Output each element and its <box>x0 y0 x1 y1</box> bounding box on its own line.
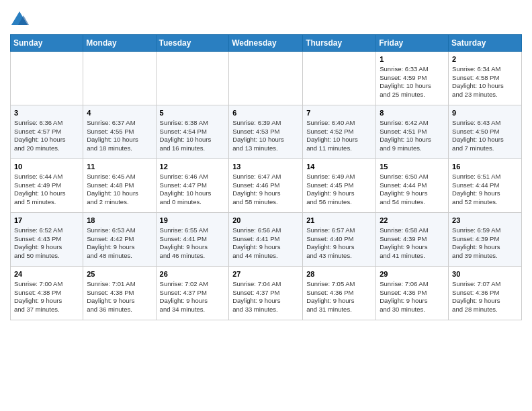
day-number: 27 <box>232 269 299 279</box>
calendar-day-cell: 9Sunrise: 6:43 AM Sunset: 4:50 PM Daylig… <box>449 105 522 159</box>
weekday-header-cell: Thursday <box>303 35 376 52</box>
calendar-table: SundayMondayTuesdayWednesdayThursdayFrid… <box>10 34 522 320</box>
calendar-week-row: 10Sunrise: 6:44 AM Sunset: 4:49 PM Dayli… <box>11 159 522 213</box>
day-info: Sunrise: 6:53 AM Sunset: 4:42 PM Dayligh… <box>87 226 152 261</box>
calendar-day-cell: 14Sunrise: 6:49 AM Sunset: 4:45 PM Dayli… <box>303 159 376 213</box>
day-number: 8 <box>380 108 445 118</box>
day-number: 25 <box>87 269 152 279</box>
calendar-day-cell: 28Sunrise: 7:05 AM Sunset: 4:36 PM Dayli… <box>303 267 376 320</box>
calendar-day-cell: 18Sunrise: 6:53 AM Sunset: 4:42 PM Dayli… <box>83 213 156 267</box>
calendar-day-cell: 19Sunrise: 6:55 AM Sunset: 4:41 PM Dayli… <box>156 213 229 267</box>
day-number: 28 <box>306 269 372 279</box>
day-number: 10 <box>14 162 79 172</box>
day-info: Sunrise: 6:38 AM Sunset: 4:54 PM Dayligh… <box>160 119 226 153</box>
day-number: 3 <box>14 108 79 118</box>
calendar-day-cell: 10Sunrise: 6:44 AM Sunset: 4:49 PM Dayli… <box>11 159 83 213</box>
calendar-day-cell: 1Sunrise: 6:33 AM Sunset: 4:59 PM Daylig… <box>376 52 449 105</box>
weekday-header-cell: Friday <box>376 35 449 52</box>
day-number: 23 <box>452 216 518 226</box>
logo <box>10 10 30 29</box>
calendar-day-cell: 3Sunrise: 6:36 AM Sunset: 4:57 PM Daylig… <box>11 105 83 159</box>
calendar-day-cell: 17Sunrise: 6:52 AM Sunset: 4:43 PM Dayli… <box>11 213 83 267</box>
day-info: Sunrise: 7:01 AM Sunset: 4:38 PM Dayligh… <box>87 280 152 314</box>
day-number: 21 <box>306 216 372 226</box>
day-info: Sunrise: 6:57 AM Sunset: 4:40 PM Dayligh… <box>306 226 372 261</box>
calendar-day-cell <box>156 52 229 105</box>
day-info: Sunrise: 6:55 AM Sunset: 4:41 PM Dayligh… <box>160 226 226 261</box>
calendar-day-cell: 21Sunrise: 6:57 AM Sunset: 4:40 PM Dayli… <box>303 213 376 267</box>
day-info: Sunrise: 6:42 AM Sunset: 4:51 PM Dayligh… <box>380 119 445 153</box>
calendar-day-cell: 30Sunrise: 7:07 AM Sunset: 4:36 PM Dayli… <box>449 267 522 320</box>
calendar-day-cell: 16Sunrise: 6:51 AM Sunset: 4:44 PM Dayli… <box>449 159 522 213</box>
calendar-day-cell: 25Sunrise: 7:01 AM Sunset: 4:38 PM Dayli… <box>83 267 156 320</box>
calendar-body: 1Sunrise: 6:33 AM Sunset: 4:59 PM Daylig… <box>11 52 522 320</box>
day-info: Sunrise: 6:34 AM Sunset: 4:58 PM Dayligh… <box>452 65 518 99</box>
day-info: Sunrise: 7:00 AM Sunset: 4:38 PM Dayligh… <box>14 280 79 314</box>
calendar-day-cell <box>303 52 376 105</box>
day-number: 17 <box>14 216 79 226</box>
calendar-day-cell: 20Sunrise: 6:56 AM Sunset: 4:41 PM Dayli… <box>229 213 303 267</box>
day-info: Sunrise: 6:58 AM Sunset: 4:39 PM Dayligh… <box>380 226 445 261</box>
calendar-day-cell: 29Sunrise: 7:06 AM Sunset: 4:36 PM Dayli… <box>376 267 449 320</box>
calendar-day-cell: 5Sunrise: 6:38 AM Sunset: 4:54 PM Daylig… <box>156 105 229 159</box>
day-info: Sunrise: 6:33 AM Sunset: 4:59 PM Dayligh… <box>380 65 445 99</box>
calendar-week-row: 24Sunrise: 7:00 AM Sunset: 4:38 PM Dayli… <box>11 267 522 320</box>
header <box>10 7 522 29</box>
calendar-day-cell: 13Sunrise: 6:47 AM Sunset: 4:46 PM Dayli… <box>229 159 303 213</box>
day-info: Sunrise: 7:02 AM Sunset: 4:37 PM Dayligh… <box>160 280 226 314</box>
day-info: Sunrise: 6:36 AM Sunset: 4:57 PM Dayligh… <box>14 119 79 153</box>
calendar-day-cell: 8Sunrise: 6:42 AM Sunset: 4:51 PM Daylig… <box>376 105 449 159</box>
calendar-day-cell: 4Sunrise: 6:37 AM Sunset: 4:55 PM Daylig… <box>83 105 156 159</box>
day-number: 13 <box>232 162 299 172</box>
day-info: Sunrise: 6:56 AM Sunset: 4:41 PM Dayligh… <box>232 226 299 261</box>
weekday-header-cell: Tuesday <box>156 35 229 52</box>
calendar-day-cell: 11Sunrise: 6:45 AM Sunset: 4:48 PM Dayli… <box>83 159 156 213</box>
calendar-day-cell <box>11 52 83 105</box>
calendar-day-cell: 12Sunrise: 6:46 AM Sunset: 4:47 PM Dayli… <box>156 159 229 213</box>
day-info: Sunrise: 6:44 AM Sunset: 4:49 PM Dayligh… <box>14 173 79 207</box>
day-number: 16 <box>452 162 518 172</box>
calendar-day-cell <box>83 52 156 105</box>
weekday-header-cell: Sunday <box>11 35 83 52</box>
day-info: Sunrise: 6:43 AM Sunset: 4:50 PM Dayligh… <box>452 119 518 153</box>
day-info: Sunrise: 6:59 AM Sunset: 4:39 PM Dayligh… <box>452 226 518 261</box>
calendar-day-cell: 6Sunrise: 6:39 AM Sunset: 4:53 PM Daylig… <box>229 105 303 159</box>
day-info: Sunrise: 6:46 AM Sunset: 4:47 PM Dayligh… <box>160 173 226 207</box>
day-number: 4 <box>87 108 152 118</box>
logo-icon <box>10 10 29 29</box>
calendar-week-row: 1Sunrise: 6:33 AM Sunset: 4:59 PM Daylig… <box>11 52 522 105</box>
day-number: 12 <box>160 162 226 172</box>
calendar-day-cell: 23Sunrise: 6:59 AM Sunset: 4:39 PM Dayli… <box>449 213 522 267</box>
day-info: Sunrise: 7:04 AM Sunset: 4:37 PM Dayligh… <box>232 280 299 314</box>
day-number: 7 <box>306 108 372 118</box>
day-info: Sunrise: 6:37 AM Sunset: 4:55 PM Dayligh… <box>87 119 152 153</box>
day-info: Sunrise: 7:06 AM Sunset: 4:36 PM Dayligh… <box>380 280 445 314</box>
day-info: Sunrise: 6:47 AM Sunset: 4:46 PM Dayligh… <box>232 173 299 207</box>
day-number: 18 <box>87 216 152 226</box>
calendar-day-cell: 22Sunrise: 6:58 AM Sunset: 4:39 PM Dayli… <box>376 213 449 267</box>
calendar-day-cell: 27Sunrise: 7:04 AM Sunset: 4:37 PM Dayli… <box>229 267 303 320</box>
day-number: 5 <box>160 108 226 118</box>
day-number: 22 <box>380 216 445 226</box>
day-number: 29 <box>380 269 445 279</box>
calendar-day-cell <box>229 52 303 105</box>
day-number: 20 <box>232 216 299 226</box>
calendar-day-cell: 7Sunrise: 6:40 AM Sunset: 4:52 PM Daylig… <box>303 105 376 159</box>
day-number: 11 <box>87 162 152 172</box>
weekday-header-cell: Wednesday <box>229 35 303 52</box>
weekday-header-cell: Monday <box>83 35 156 52</box>
day-number: 1 <box>380 54 445 64</box>
day-number: 9 <box>452 108 518 118</box>
day-info: Sunrise: 6:49 AM Sunset: 4:45 PM Dayligh… <box>306 173 372 207</box>
weekday-header-cell: Saturday <box>449 35 522 52</box>
day-info: Sunrise: 7:07 AM Sunset: 4:36 PM Dayligh… <box>452 280 518 314</box>
day-number: 26 <box>160 269 226 279</box>
page: SundayMondayTuesdayWednesdayThursdayFrid… <box>0 0 532 327</box>
day-number: 24 <box>14 269 79 279</box>
day-info: Sunrise: 6:39 AM Sunset: 4:53 PM Dayligh… <box>232 119 299 153</box>
day-info: Sunrise: 6:52 AM Sunset: 4:43 PM Dayligh… <box>14 226 79 261</box>
calendar-day-cell: 15Sunrise: 6:50 AM Sunset: 4:44 PM Dayli… <box>376 159 449 213</box>
day-info: Sunrise: 6:51 AM Sunset: 4:44 PM Dayligh… <box>452 173 518 207</box>
day-number: 15 <box>380 162 445 172</box>
day-info: Sunrise: 6:40 AM Sunset: 4:52 PM Dayligh… <box>306 119 372 153</box>
